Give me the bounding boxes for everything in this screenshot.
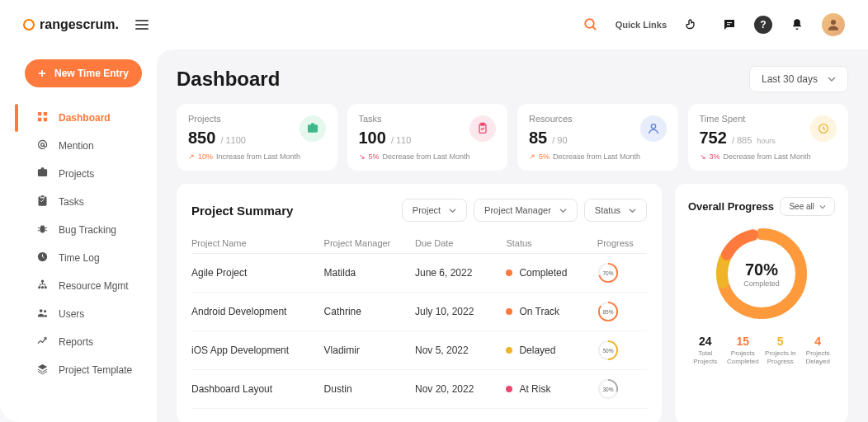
sidebar: New Time Entry DashboardMentionProjectsT… xyxy=(0,49,157,422)
stat-total: / 885 xyxy=(732,135,752,145)
briefcase-icon xyxy=(36,166,49,181)
period-select[interactable]: Last 30 days xyxy=(749,66,848,92)
stat-card-tasks: Tasks 100 / 110 ↘ 5% Decrease from Last … xyxy=(347,104,508,171)
overall-stat-label: Total Projects xyxy=(688,349,723,365)
svg-rect-3 xyxy=(727,24,730,25)
cell-date: Nov 20, 2022 xyxy=(415,383,506,395)
cell-manager: Vladimir xyxy=(324,345,415,356)
pointer-icon[interactable] xyxy=(678,12,705,38)
sidebar-item-bug-tracking[interactable]: Bug Tracking xyxy=(0,216,157,244)
sidebar-item-users[interactable]: Users xyxy=(0,300,157,328)
stat-value: 850 xyxy=(188,129,215,148)
sidebar-item-label: Time Log xyxy=(59,252,100,264)
sidebar-item-label: Reports xyxy=(59,336,93,348)
summary-table: Project NameProject ManagerDue DateStatu… xyxy=(191,233,647,409)
sidebar-item-resource-mgmt[interactable]: Resource Mgmt xyxy=(0,272,157,300)
sidebar-item-mention[interactable]: Mention xyxy=(0,132,157,160)
stat-value: 752 xyxy=(700,129,727,148)
chevron-down-icon xyxy=(629,207,636,214)
table-row[interactable]: iOS App Development Vladimir Nov 5, 2022… xyxy=(191,331,647,370)
stat-change: ↗ 10% Increase from Last Month xyxy=(188,152,326,161)
avatar[interactable] xyxy=(822,13,845,36)
chat-icon[interactable] xyxy=(716,12,743,38)
sidebar-item-label: Bug Tracking xyxy=(59,224,116,236)
stat-total: / 1100 xyxy=(220,135,246,145)
sidebar-item-label: Mention xyxy=(59,140,94,152)
sidebar-item-reports[interactable]: Reports xyxy=(0,328,157,356)
sidebar-item-label: Tasks xyxy=(59,196,84,208)
cell-status: Completed xyxy=(506,267,597,279)
overall-stat-label: Projects Delayed xyxy=(801,349,836,365)
sidebar-item-time-log[interactable]: Time Log xyxy=(0,244,157,272)
bell-icon[interactable] xyxy=(784,12,810,38)
status-dot xyxy=(506,347,512,354)
stat-value: 85 xyxy=(529,129,547,148)
table-row[interactable]: Agile Project Matilda June 6, 2022 Compl… xyxy=(191,254,647,293)
overall-title: Overall Progress xyxy=(688,200,774,213)
svg-point-22 xyxy=(41,286,44,288)
at-icon xyxy=(36,138,49,153)
cell-progress: 50% xyxy=(597,340,647,361)
sidebar-item-projects[interactable]: Projects xyxy=(0,160,157,188)
stat-total: / 90 xyxy=(552,135,567,145)
table-row[interactable]: Dashboard Layout Dustin Nov 20, 2022 At … xyxy=(191,370,647,409)
cell-progress: 70% xyxy=(597,262,647,284)
cell-name: Android Development xyxy=(191,306,324,317)
cell-status: On Track xyxy=(506,306,597,317)
chevron-down-icon xyxy=(819,204,826,210)
donut-label: Completed xyxy=(743,279,780,288)
svg-line-15 xyxy=(38,230,40,231)
cell-manager: Dustin xyxy=(324,383,415,395)
menu-toggle-icon[interactable] xyxy=(135,20,149,30)
search-icon[interactable] xyxy=(578,12,604,38)
status-dot xyxy=(506,270,512,276)
svg-rect-7 xyxy=(38,112,41,115)
brand-text: rangescrum. xyxy=(40,17,119,32)
svg-text:70%: 70% xyxy=(602,270,613,276)
users-icon xyxy=(36,307,49,321)
svg-text:50%: 50% xyxy=(602,348,613,354)
sidebar-item-label: Resource Mgmt xyxy=(59,280,129,292)
quick-links-link[interactable]: Quick Links xyxy=(616,20,667,30)
clock-icon xyxy=(810,115,837,142)
stats-row: Projects 850 / 1100 ↗ 10% Increase from … xyxy=(177,104,848,171)
sidebar-item-label: Project Template xyxy=(59,364,132,376)
content: Dashboard Last 30 days Projects 850 / 11… xyxy=(157,49,868,422)
sidebar-item-dashboard[interactable]: Dashboard xyxy=(0,104,157,132)
summary-title: Project Summary xyxy=(191,204,394,218)
donut-percent: 70% xyxy=(745,260,778,279)
overall-donut-chart: 70% Completed xyxy=(712,224,811,323)
svg-point-20 xyxy=(41,280,44,283)
see-all-button[interactable]: See all xyxy=(780,197,835,216)
table-row[interactable]: Android Development Cathrine July 10, 20… xyxy=(191,293,647,331)
grid-icon xyxy=(36,110,49,125)
svg-point-21 xyxy=(38,286,40,288)
help-icon[interactable]: ? xyxy=(754,16,772,34)
overall-stat-num: 5 xyxy=(763,335,798,348)
column-header: Progress xyxy=(597,238,647,248)
layers-icon xyxy=(36,363,49,377)
briefcase-icon xyxy=(300,115,326,142)
clipboard-icon xyxy=(469,115,496,142)
column-header: Project Manager xyxy=(324,238,415,248)
sidebar-item-label: Projects xyxy=(59,168,94,180)
new-btn-label: New Time Entry xyxy=(54,68,129,79)
sidebar-item-tasks[interactable]: Tasks xyxy=(0,188,157,216)
sidebar-item-project-template[interactable]: Project Template xyxy=(0,356,157,384)
project-summary-card: Project Summary ProjectProject ManagerSt… xyxy=(177,184,662,422)
overall-stat-num: 4 xyxy=(801,335,836,348)
stat-unit: hours xyxy=(757,137,776,145)
svg-line-16 xyxy=(45,230,48,231)
filter-status[interactable]: Status xyxy=(584,199,647,222)
overall-stat: 24Total Projects xyxy=(688,335,723,365)
filter-project[interactable]: Project xyxy=(402,199,467,222)
filter-project-manager[interactable]: Project Manager xyxy=(474,199,578,222)
cell-date: Nov 5, 2022 xyxy=(415,345,506,356)
overall-stat-label: Projects in Progress xyxy=(763,349,798,365)
column-header: Due Date xyxy=(415,238,506,248)
overall-stat: 4Projects Delayed xyxy=(801,335,836,365)
logo[interactable]: rangescrum. xyxy=(23,17,119,32)
svg-point-0 xyxy=(585,19,594,28)
new-time-entry-button[interactable]: New Time Entry xyxy=(25,59,142,87)
stat-card-projects: Projects 850 / 1100 ↗ 10% Increase from … xyxy=(177,104,337,171)
